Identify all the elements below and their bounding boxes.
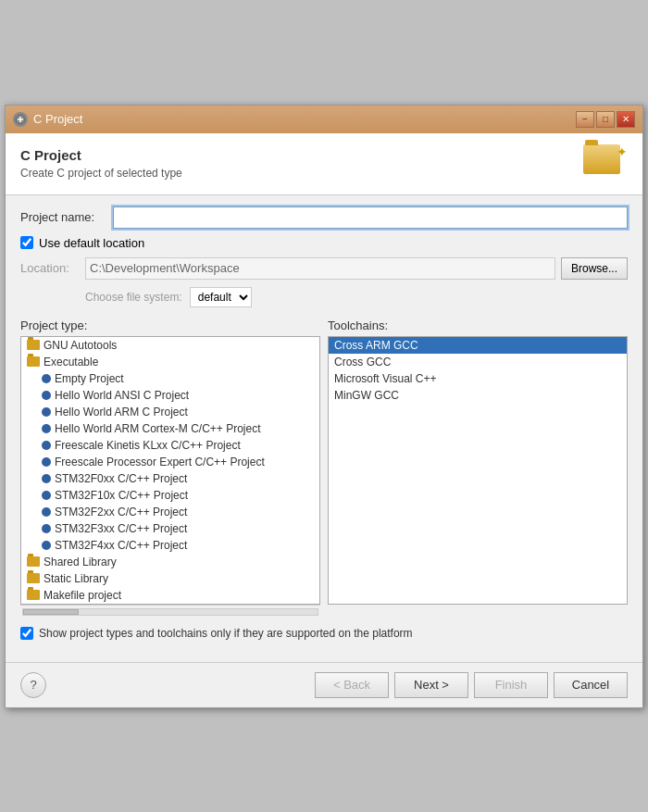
default-location-label[interactable]: Use default location (39, 236, 144, 250)
project-type-item-label: STM32F3xx C/C++ Project (55, 522, 187, 535)
toolchain-item-label: Cross ARM GCC (334, 339, 418, 352)
filesystem-select[interactable]: default (190, 287, 252, 307)
project-type-item-hello-world-arm[interactable]: Hello World ARM C Project (21, 404, 319, 420)
header-text: C Project Create C project of selected t… (20, 147, 182, 180)
bullet-icon (42, 507, 51, 517)
project-type-item-static-library[interactable]: Static Library (21, 570, 319, 587)
folder-icon (27, 340, 40, 350)
dialog-subtitle: Create C project of selected type (20, 167, 182, 180)
folder-image (583, 144, 620, 174)
bullet-icon (42, 441, 51, 450)
location-input[interactable] (85, 257, 555, 280)
window-icon (13, 112, 28, 127)
toolchain-item-cross-gcc[interactable]: Cross GCC (329, 354, 627, 370)
project-type-item-shared-library[interactable]: Shared Library (21, 554, 319, 570)
browse-button[interactable]: Browse... (561, 257, 628, 280)
close-button[interactable]: ✕ (617, 111, 635, 128)
toolchain-item-label: MinGW GCC (334, 389, 399, 402)
project-name-label: Project name: (20, 210, 113, 224)
title-bar: C Project − □ ✕ (6, 106, 642, 133)
scrollbar-track (22, 608, 318, 616)
project-type-item-label: STM32F10x C/C++ Project (55, 489, 188, 502)
toolchain-item-label: Microsoft Visual C++ (334, 372, 437, 385)
finish-button[interactable]: Finish (474, 672, 548, 698)
project-type-item-label: Executable (44, 356, 98, 369)
back-button[interactable]: < Back (315, 672, 389, 698)
minimize-button[interactable]: − (576, 111, 594, 128)
bullet-icon (42, 491, 51, 500)
project-type-item-freescale-kxx[interactable]: Freescale Kinetis KLxx C/C++ Project (21, 437, 319, 454)
folder-icon (27, 556, 40, 567)
project-type-list[interactable]: GNU AutotoolsExecutableEmpty ProjectHell… (20, 336, 320, 605)
folder-icon (27, 356, 40, 367)
main-window: C Project − □ ✕ C Project Create C proje… (5, 105, 643, 708)
filter-checkbox[interactable] (20, 627, 33, 640)
project-type-item-makefile-project[interactable]: Makefile project (21, 587, 319, 604)
project-type-item-label: Hello World ARM Cortex-M C/C++ Project (55, 422, 261, 435)
project-type-item-stm32f4xx[interactable]: STM32F4xx C/C++ Project (21, 537, 319, 554)
project-type-scrollbar[interactable] (20, 605, 320, 619)
dialog-title: C Project (20, 147, 182, 163)
toolchain-item-label: Cross GCC (334, 356, 391, 369)
next-button[interactable]: Next > (394, 672, 468, 698)
help-button[interactable]: ? (20, 672, 46, 698)
cancel-button[interactable]: Cancel (554, 672, 628, 698)
toolchains-list[interactable]: Cross ARM GCCCross GCCMicrosoft Visual C… (328, 336, 628, 605)
project-type-item-label: Freescale Kinetis KLxx C/C++ Project (55, 439, 241, 452)
folder-icon (27, 590, 40, 600)
project-type-item-label: Static Library (44, 572, 108, 585)
project-type-item-label: STM32F4xx C/C++ Project (55, 539, 187, 552)
project-name-row: Project name: (20, 206, 628, 229)
window-title: C Project (33, 112, 82, 126)
restore-button[interactable]: □ (596, 111, 615, 128)
bullet-icon (42, 524, 51, 533)
project-type-item-label: Makefile project (44, 589, 121, 602)
bullet-icon (42, 457, 51, 467)
toolchain-item-mingw-gcc[interactable]: MinGW GCC (329, 387, 627, 404)
bullet-icon (42, 407, 51, 417)
project-type-item-label: Freescale Processor Expert C/C++ Project (55, 456, 265, 468)
project-type-item-hello-world-ansi[interactable]: Hello World ANSI C Project (21, 387, 319, 404)
project-type-item-gnu-autotools[interactable]: GNU Autotools (21, 337, 319, 354)
lists-section: Project type: GNU AutotoolsExecutableEmp… (20, 319, 628, 619)
project-name-input[interactable] (113, 206, 628, 229)
project-type-item-empty-project[interactable]: Empty Project (21, 370, 319, 387)
project-type-item-stm32f0xx[interactable]: STM32F0xx C/C++ Project (21, 470, 319, 487)
default-location-checkbox[interactable] (20, 236, 33, 249)
header-icon: ✦ (583, 144, 628, 183)
toolchains-header: Toolchains: (328, 319, 628, 332)
star-icon: ✦ (617, 144, 628, 159)
project-type-header: Project type: (20, 319, 320, 332)
bullet-icon (42, 424, 51, 433)
bullet-icon (42, 474, 51, 483)
project-type-item-hello-world-cortex[interactable]: Hello World ARM Cortex-M C/C++ Project (21, 420, 319, 437)
header-section: C Project Create C project of selected t… (6, 133, 642, 195)
project-type-item-stm32f3xx[interactable]: STM32F3xx C/C++ Project (21, 520, 319, 537)
filter-label[interactable]: Show project types and toolchains only i… (39, 627, 413, 640)
button-bar: ? < Back Next > Finish Cancel (6, 662, 642, 707)
project-type-item-executable[interactable]: Executable (21, 354, 319, 370)
title-bar-buttons: − □ ✕ (576, 111, 635, 128)
project-type-item-label: STM32F0xx C/C++ Project (55, 472, 187, 485)
toolchain-item-ms-visual-cpp[interactable]: Microsoft Visual C++ (329, 370, 627, 387)
location-row: Location: Browse... (20, 257, 628, 280)
project-type-item-label: GNU Autotools (44, 339, 117, 352)
toolchain-item-cross-arm-gcc[interactable]: Cross ARM GCC (329, 337, 627, 354)
project-type-item-label: Shared Library (44, 556, 117, 568)
project-type-item-label: STM32F2xx C/C++ Project (55, 506, 187, 518)
default-location-row: Use default location (20, 236, 628, 250)
location-label: Location: (20, 261, 85, 275)
project-type-item-freescale-proc[interactable]: Freescale Processor Expert C/C++ Project (21, 454, 319, 470)
project-type-item-label: Empty Project (55, 372, 124, 385)
title-bar-left: C Project (13, 112, 82, 127)
dialog-content: Project name: Use default location Locat… (6, 195, 642, 662)
filesystem-label: Choose file system: (85, 291, 182, 304)
folder-icon (27, 573, 40, 583)
filesystem-row: Choose file system: default (20, 287, 628, 307)
project-type-container: Project type: GNU AutotoolsExecutableEmp… (20, 319, 320, 619)
project-type-item-stm32f10x[interactable]: STM32F10x C/C++ Project (21, 487, 319, 504)
bullet-icon (42, 374, 51, 383)
nav-buttons: < Back Next > Finish Cancel (315, 672, 628, 698)
bullet-icon (42, 541, 51, 550)
project-type-item-stm32f2xx[interactable]: STM32F2xx C/C++ Project (21, 504, 319, 520)
